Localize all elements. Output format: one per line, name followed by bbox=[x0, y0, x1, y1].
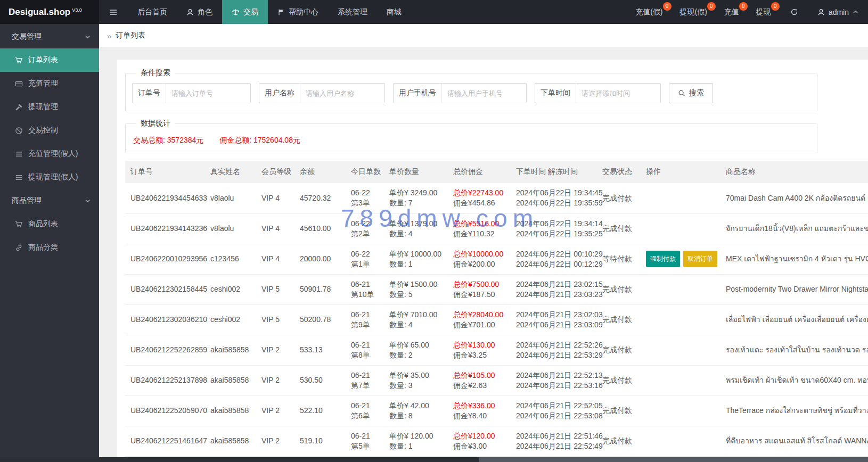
cell-total-commission: 总价¥10000.00 佣金¥200.00 bbox=[448, 244, 511, 274]
recharge-badge: 0 bbox=[739, 2, 748, 11]
cell-today-count: 06-21 第9单 bbox=[346, 304, 384, 335]
sidebar-item-product-list[interactable]: 商品列表 bbox=[0, 212, 99, 236]
nav-label: 商城 bbox=[387, 7, 402, 17]
cell-today-count: 06-22 第1单 bbox=[346, 244, 384, 274]
force-pay-button[interactable]: 强制付款 bbox=[646, 251, 680, 267]
table-row: UB2406212252262859 akai585858 VIP 2 533.… bbox=[125, 335, 868, 365]
cancel-order-button[interactable]: 取消订单 bbox=[683, 251, 717, 267]
cell-balance: 45610.00 bbox=[294, 213, 346, 244]
header-status: 交易状态 bbox=[597, 161, 641, 183]
cell-order-no: UB2406220010293956 bbox=[125, 244, 205, 274]
user-menu[interactable]: admin bbox=[808, 0, 868, 24]
nav-item-mall[interactable]: 商城 bbox=[377, 0, 411, 24]
sidebar-item-trade-control[interactable]: 交易控制 bbox=[0, 119, 99, 142]
cell-total-commission: 总价¥28040.00 佣金¥701.00 bbox=[448, 304, 511, 335]
nav-label: 充值(假) bbox=[635, 7, 662, 17]
cell-actions bbox=[641, 426, 720, 456]
cell-total-commission: 总价¥120.00 佣金¥3.00 bbox=[448, 426, 511, 456]
cell-balance: 519.10 bbox=[294, 426, 346, 456]
nav-label: 提现 bbox=[756, 7, 771, 17]
user-phone-input[interactable] bbox=[442, 84, 526, 103]
nav-item-trade[interactable]: 交易 bbox=[222, 0, 268, 24]
card-icon bbox=[15, 80, 23, 88]
nav-label: 提现(假) bbox=[680, 7, 707, 17]
nav-item-help-center[interactable]: 帮助中心 bbox=[268, 0, 328, 24]
user-name-label: 用户名称 bbox=[259, 84, 300, 103]
cell-vip-level: VIP 4 bbox=[256, 213, 294, 244]
header-total-commission: 总价佣金 bbox=[448, 161, 511, 183]
recharge-fake-button[interactable]: 充值(假) 0 bbox=[628, 0, 672, 24]
cell-today-count: 06-21 第8单 bbox=[346, 335, 384, 365]
cell-order-no: UB2406212302158445 bbox=[125, 274, 205, 304]
sidebar-group-trade-management[interactable]: 交易管理 bbox=[0, 25, 99, 48]
cell-vip-level: VIP 2 bbox=[256, 426, 294, 456]
withdraw-fake-button[interactable]: 提现(假) 0 bbox=[673, 0, 717, 24]
order-time-input[interactable] bbox=[576, 84, 660, 103]
horizontal-scrollbar[interactable] bbox=[0, 457, 868, 462]
search-button[interactable]: 搜索 bbox=[669, 83, 713, 103]
content-card: 条件搜索 订单号 用户名称 用户手机号 下单时间 bbox=[117, 60, 868, 462]
cell-status: 完成付款 bbox=[597, 395, 641, 426]
sidebar-item-recharge-management-fake[interactable]: 充值管理(假人) bbox=[0, 142, 99, 166]
cell-total-commission: 总价¥7500.00 佣金¥187.50 bbox=[448, 274, 511, 304]
sidebar-item-order-list[interactable]: 订单列表 bbox=[0, 48, 99, 72]
cell-status: 完成付款 bbox=[597, 304, 641, 335]
sidebar-item-product-category[interactable]: 商品分类 bbox=[0, 236, 99, 259]
sidebar-item-recharge-management[interactable]: 充值管理 bbox=[0, 72, 99, 95]
header-today-count: 今日单数 bbox=[346, 161, 384, 183]
cell-status: 完成付款 bbox=[597, 213, 641, 244]
nav-item-roles[interactable]: 角色 bbox=[177, 0, 222, 24]
orders-table-wrap: 订单号 真实姓名 会员等级 余额 今日单数 单价数量 总价佣金 下单时间 解冻时… bbox=[125, 161, 868, 457]
sidebar-item-label: 充值管理 bbox=[28, 79, 58, 88]
cell-status: 完成付款 bbox=[597, 365, 641, 395]
cell-actions bbox=[641, 335, 720, 365]
cell-balance: 533.13 bbox=[294, 335, 346, 365]
ban-circle-icon bbox=[15, 127, 23, 135]
table-row: UB2406212302036210 ceshi002 VIP 5 50200.… bbox=[125, 304, 868, 335]
cell-actions bbox=[641, 213, 720, 244]
chevron-down-icon bbox=[85, 34, 91, 40]
cell-order-no: UB2406212252262859 bbox=[125, 335, 205, 365]
cell-price-qty: 单价¥ 3249.00 数量: 7 bbox=[384, 183, 448, 213]
order-no-input[interactable] bbox=[166, 84, 250, 103]
cell-today-count: 06-21 第7单 bbox=[346, 365, 384, 395]
recharge-button[interactable]: 充值 0 bbox=[717, 0, 749, 24]
cell-today-count: 06-22 第3单 bbox=[346, 183, 384, 213]
page-title: 订单列表 bbox=[116, 31, 145, 40]
user-name-input[interactable] bbox=[300, 84, 384, 103]
cell-balance: 50200.78 bbox=[294, 304, 346, 335]
cell-real-name: c123456 bbox=[205, 244, 256, 274]
cell-actions bbox=[641, 365, 720, 395]
nav-item-system[interactable]: 系统管理 bbox=[328, 0, 377, 24]
breadcrumb: » 订单列表 bbox=[99, 24, 868, 48]
cell-total-commission: 总价¥336.00 佣金¥8.40 bbox=[448, 395, 511, 426]
cell-times: 2024年06月21日 23:02:15 2024年06月21日 23:03:2… bbox=[511, 274, 597, 304]
table-row: UB2406212302158445 ceshi002 VIP 5 50901.… bbox=[125, 274, 868, 304]
cell-status: 完成付款 bbox=[597, 426, 641, 456]
user-name-field-group: 用户名称 bbox=[259, 83, 385, 103]
refresh-icon bbox=[790, 8, 798, 16]
cell-order-no: UB2406221934143236 bbox=[125, 213, 205, 244]
order-no-label: 订单号 bbox=[133, 84, 166, 103]
cell-vip-level: VIP 4 bbox=[256, 244, 294, 274]
chevron-up-icon bbox=[853, 9, 858, 15]
nav-label: 系统管理 bbox=[338, 7, 367, 17]
sidebar-item-withdraw-management[interactable]: 提现管理 bbox=[0, 95, 99, 119]
nav-item-home[interactable]: 后台首页 bbox=[128, 0, 177, 24]
refresh-button[interactable] bbox=[781, 0, 808, 24]
trade-total: 交易总额: 3572384元 bbox=[133, 136, 203, 144]
sidebar-group-product-management[interactable]: 商品管理 bbox=[0, 189, 99, 212]
sidebar-item-label: 提现管理 bbox=[28, 102, 58, 112]
sidebar-item-withdraw-management-fake[interactable]: 提现管理(假人) bbox=[0, 166, 99, 189]
cell-real-name: ceshi002 bbox=[205, 304, 256, 335]
cell-actions bbox=[641, 183, 720, 213]
sidebar-group-label: 商品管理 bbox=[12, 196, 42, 205]
collapse-sidebar-button[interactable] bbox=[99, 0, 128, 24]
cell-status: 等待付款 bbox=[597, 244, 641, 274]
horizontal-scrollbar-thumb[interactable] bbox=[0, 457, 479, 462]
cell-price-qty: 单价¥ 42.00 数量: 8 bbox=[384, 395, 448, 426]
table-row: UB2406212252137898 akai585858 VIP 2 530.… bbox=[125, 365, 868, 395]
withdraw-button[interactable]: 提现 0 bbox=[749, 0, 781, 24]
hammer-icon bbox=[15, 103, 23, 111]
cell-times: 2024年06月21日 22:52:26 2024年06月21日 22:53:2… bbox=[511, 335, 597, 365]
